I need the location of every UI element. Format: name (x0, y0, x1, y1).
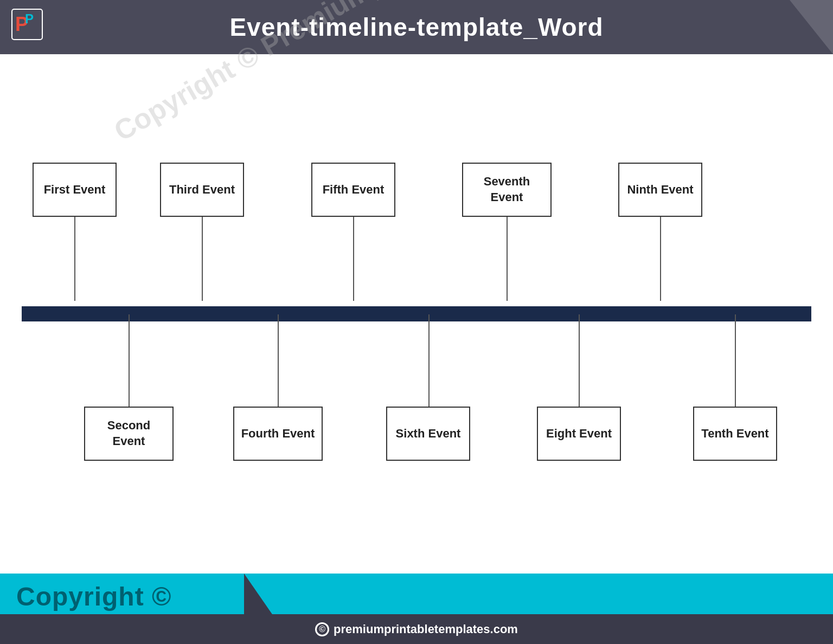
event-box-second: Second Event (84, 407, 174, 461)
connector-eight (579, 314, 580, 407)
connector-sixth (428, 314, 430, 407)
connector-tenth (735, 314, 736, 407)
svg-text:P: P (25, 11, 34, 26)
event-box-third: Third Event (160, 163, 244, 217)
footer-dark: © premiumprintabletemplates.com (0, 614, 833, 644)
copyright-circle-icon: © (315, 622, 329, 636)
connector-seventh (507, 217, 508, 301)
connector-first (74, 217, 75, 301)
connector-third (202, 217, 203, 301)
event-box-first: First Event (33, 163, 117, 217)
event-box-fifth: Fifth Event (311, 163, 395, 217)
footer-copyright: Copyright © (16, 582, 171, 611)
event-box-eight: Eight Event (537, 407, 621, 461)
event-box-seventh: Seventh Event (462, 163, 552, 217)
event-box-fourth: Fourth Event (233, 407, 323, 461)
event-box-tenth: Tenth Event (693, 407, 777, 461)
logo: P P (11, 8, 43, 41)
connector-fourth (278, 314, 279, 407)
timeline-bar (22, 306, 811, 321)
connector-ninth (660, 217, 661, 301)
timeline-area: Copyright © Premiumprintabletemplates.co… (0, 54, 833, 574)
footer-url: premiumprintabletemplates.com (334, 622, 518, 636)
event-box-ninth: Ninth Event (618, 163, 702, 217)
header-corner-decoration (790, 0, 833, 54)
header: P P Event-timeline-template_Word (0, 0, 833, 54)
page-title: Event-timeline-template_Word (229, 12, 603, 42)
event-box-sixth: Sixth Event (386, 407, 470, 461)
connector-second (129, 314, 130, 407)
connector-fifth (353, 217, 354, 301)
